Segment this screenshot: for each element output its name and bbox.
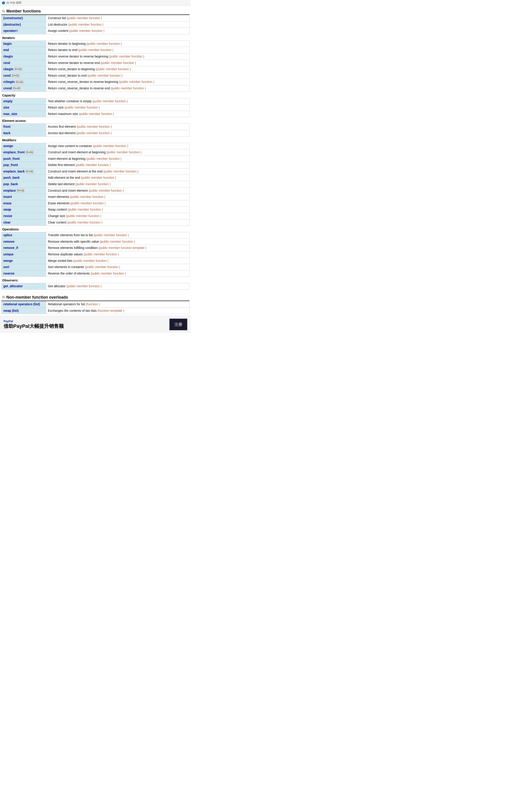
table-row[interactable]: sortSort elements in container (public m…	[2, 264, 190, 270]
table-row[interactable]: endReturn iterator to end (public member…	[2, 47, 190, 54]
function-name[interactable]: assign	[2, 143, 46, 149]
function-name[interactable]: size	[2, 104, 46, 111]
function-name[interactable]: pop_front	[2, 162, 46, 168]
function-name[interactable]: get_allocator	[2, 283, 46, 290]
function-desc: Remove duplicate values (public member f…	[46, 251, 190, 258]
function-name[interactable]: push_front	[2, 156, 46, 162]
function-name[interactable]: operator=	[2, 28, 46, 34]
function-name[interactable]: emplaceC++11	[2, 187, 46, 194]
function-name[interactable]: unique	[2, 251, 46, 258]
table-row[interactable]: emptyTest whether container is empty (pu…	[2, 98, 190, 104]
function-name[interactable]: front	[2, 124, 46, 130]
function-tag: (public member function )	[70, 195, 105, 199]
table-row[interactable]: rbeginReturn reverse iterator to reverse…	[2, 53, 190, 60]
table-row[interactable]: emplace_backC++11Construct and insert el…	[2, 168, 190, 175]
cpp11-badge: C++11	[17, 189, 25, 193]
function-name[interactable]: emplace_frontC++11	[2, 149, 46, 156]
table-row[interactable]: relational operators (list)Relational op…	[2, 301, 190, 307]
function-name[interactable]: push_back	[2, 175, 46, 181]
function-name[interactable]: cendC++11	[2, 72, 46, 79]
table-row[interactable]: (constructor)Construct list (public memb…	[2, 15, 190, 22]
table-row[interactable]: pop_backDelete last element (public memb…	[2, 181, 190, 188]
function-name[interactable]: remove	[2, 238, 46, 245]
function-name[interactable]: cbeginC++11	[2, 66, 46, 73]
function-name[interactable]: sort	[2, 264, 46, 270]
table-row[interactable]: rendReturn reverse iterator to reverse e…	[2, 60, 190, 66]
table-row[interactable]: sizeReturn size (public member function …	[2, 104, 190, 111]
function-name[interactable]: resize	[2, 213, 46, 220]
table-row[interactable]: push_frontInsert element at beginning (p…	[2, 156, 190, 162]
function-name[interactable]: merge	[2, 258, 46, 264]
table-row[interactable]: beginReturn iterator to beginning (publi…	[2, 40, 190, 47]
table-row[interactable]: clearClear content (public member functi…	[2, 219, 190, 226]
table-row[interactable]: crbeginC++11Return const_reverse_iterato…	[2, 79, 190, 85]
function-name[interactable]: back	[2, 130, 46, 136]
member-functions-main-table: (constructor)Construct list (public memb…	[1, 15, 190, 34]
function-name[interactable]: splice	[2, 232, 46, 239]
table-row[interactable]: reverseReverse the order of elements (pu…	[2, 270, 190, 277]
function-desc: Assign new content to container (public …	[46, 143, 190, 149]
table-row[interactable]: uniqueRemove duplicate values (public me…	[2, 251, 190, 258]
function-name[interactable]: begin	[2, 40, 46, 47]
category-table: spliceTransfer elements from list to lis…	[1, 232, 190, 277]
table-row[interactable]: (destructor)List destructor (public memb…	[2, 22, 190, 28]
table-row[interactable]: frontAccess first element (public member…	[2, 124, 190, 130]
function-name[interactable]: erase	[2, 200, 46, 206]
function-name[interactable]: (destructor)	[2, 22, 46, 28]
function-name[interactable]: swap	[2, 206, 46, 213]
table-row[interactable]: removeRemove elements with specific valu…	[2, 238, 190, 245]
table-row[interactable]: spliceTransfer elements from list to lis…	[2, 232, 190, 239]
table-row[interactable]: insertInsert elements (public member fun…	[2, 194, 190, 200]
paypal-label: PayPal	[4, 320, 64, 323]
table-row[interactable]: eraseErase elements (public member funct…	[2, 200, 190, 206]
function-name[interactable]: end	[2, 47, 46, 54]
function-desc: Access first element (public member func…	[46, 124, 190, 130]
function-desc: List destructor (public member function …	[46, 22, 190, 28]
cpp11-badge: C++11	[15, 80, 24, 84]
function-tag: (public member function )	[106, 151, 142, 154]
function-name[interactable]: pop_back	[2, 181, 46, 188]
table-row[interactable]: swap (list)Exchanges the contents of two…	[2, 307, 190, 314]
table-row[interactable]: cbeginC++11Return const_iterator to begi…	[2, 66, 190, 73]
function-name[interactable]: remove_if	[2, 245, 46, 251]
table-row[interactable]: max_sizeReturn maximum size (public memb…	[2, 111, 190, 117]
function-tag: (public member function )	[103, 170, 138, 173]
function-name[interactable]: max_size	[2, 111, 46, 117]
table-row[interactable]: cendC++11Return const_iterator to end (p…	[2, 72, 190, 79]
table-row[interactable]: swapSwap content (public member function…	[2, 206, 190, 213]
function-tag: (public member function template )	[98, 246, 146, 250]
table-row[interactable]: crendC++11Return const_reverse_iterator …	[2, 85, 190, 92]
function-name[interactable]: reverse	[2, 270, 46, 277]
table-row[interactable]: emplace_frontC++11Construct and insert e…	[2, 149, 190, 156]
table-row[interactable]: assignAssign new content to container (p…	[2, 143, 190, 149]
table-row[interactable]: mergeMerge sorted lists (public member f…	[2, 258, 190, 264]
ad-register-button[interactable]: 注册	[169, 319, 187, 330]
table-row[interactable]: get_allocatorGet allocator (public membe…	[2, 283, 190, 290]
function-name[interactable]: crendC++11	[2, 85, 46, 92]
function-desc: Exchanges the contents of two lists (fun…	[46, 307, 190, 314]
table-row[interactable]: push_backAdd element at the end (public …	[2, 175, 190, 181]
function-name[interactable]: rbegin	[2, 53, 46, 60]
function-name[interactable]: insert	[2, 194, 46, 200]
function-name[interactable]: swap (list)	[2, 307, 46, 314]
function-name[interactable]: relational operators (list)	[2, 301, 46, 307]
function-name[interactable]: empty	[2, 98, 46, 104]
function-desc: Return const_iterator to end (public mem…	[46, 72, 190, 79]
function-desc: Sort elements in container (public membe…	[46, 264, 190, 270]
table-row[interactable]: emplaceC++11Construct and insert element…	[2, 187, 190, 194]
function-name[interactable]: rend	[2, 60, 46, 66]
function-tag: (public member function )	[87, 157, 122, 160]
function-name[interactable]: emplace_backC++11	[2, 168, 46, 175]
table-row[interactable]: operator=Assign content (public member f…	[2, 28, 190, 34]
table-row[interactable]: backAccess last element (public member f…	[2, 130, 190, 136]
function-tag: (public member function )	[83, 253, 119, 256]
function-name[interactable]: clear	[2, 219, 46, 226]
table-row[interactable]: resizeChange size (public member functio…	[2, 213, 190, 220]
function-tag: (public member function )	[94, 233, 129, 237]
table-row[interactable]: remove_ifRemove elements fulfilling cond…	[2, 245, 190, 251]
member-functions-header: fx Member functions	[1, 7, 190, 15]
function-name[interactable]: crbeginC++11	[2, 79, 46, 85]
function-name[interactable]: (constructor)	[2, 15, 46, 22]
function-tag: (public member function )	[111, 87, 146, 90]
table-row[interactable]: pop_frontDelete first element (public me…	[2, 162, 190, 168]
